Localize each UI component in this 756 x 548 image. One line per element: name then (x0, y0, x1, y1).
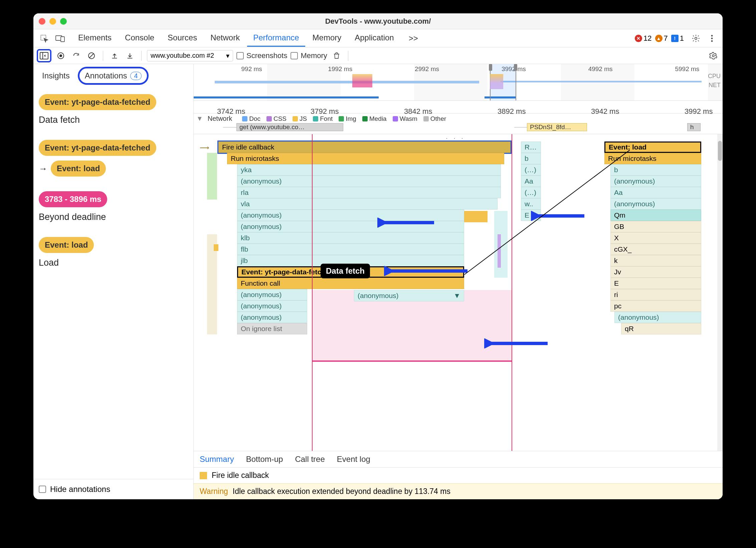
detail-tab-summary[interactable]: Summary (200, 455, 234, 464)
devtools-window: DevTools - www.youtube.com/ ElementsCons… (33, 13, 723, 499)
overview-tick: 2992 ms (415, 65, 439, 73)
download-icon[interactable] (124, 50, 136, 62)
close-window-button[interactable] (39, 18, 45, 25)
flame-entry[interactable]: flb (237, 244, 464, 255)
network-request[interactable]: PSDnSI_8fd… (527, 123, 587, 131)
flame-entry[interactable]: Qm (610, 210, 701, 221)
annotation-item[interactable]: 3783 - 3896 msBeyond deadline (39, 191, 188, 222)
flame-entry[interactable]: Fire idle callback (218, 142, 511, 153)
flame-entry[interactable]: (anonymous) (237, 289, 307, 300)
flame-entry[interactable]: Function call (237, 278, 464, 289)
flame-entry[interactable]: (…) (521, 187, 541, 198)
time-ruler[interactable]: 3742 ms3792 ms3842 ms3892 ms3942 ms3992 … (194, 101, 723, 113)
flame-entry[interactable]: b (610, 164, 701, 176)
network-lane[interactable]: ▼ Network DocCSSJSFontImgMediaWasmOther … (194, 113, 723, 134)
flame-entry[interactable]: (anonymous) (610, 176, 701, 187)
event-color-swatch (200, 472, 207, 479)
flame-entry[interactable]: R… (521, 142, 541, 153)
flame-entry[interactable]: (…) (521, 164, 541, 176)
flame-entry[interactable]: GB (610, 221, 701, 232)
recording-selector[interactable]: www.youtube.com #2▾ (147, 50, 233, 61)
flame-entry[interactable]: (anonymous) (614, 312, 701, 323)
tab-insights[interactable]: Insights (37, 68, 74, 83)
upload-icon[interactable] (109, 50, 121, 62)
gear-icon[interactable] (689, 32, 703, 45)
annotation-item[interactable]: Event: yt-page-data-fetched→Event: load (39, 140, 188, 177)
flame-entry[interactable]: qR (621, 323, 701, 334)
flame-entry[interactable]: pc (610, 300, 701, 312)
device-toolbar-icon[interactable] (53, 32, 67, 45)
overview-minimap[interactable]: 992 ms1992 ms2992 ms3992 ms4992 ms5992 m… (194, 64, 723, 101)
tab-console[interactable]: Console (119, 30, 160, 47)
flame-entry[interactable]: (anonymous) (237, 176, 501, 187)
record-button[interactable] (55, 50, 67, 62)
flame-entry[interactable]: On ignore list (237, 323, 307, 334)
flame-entry[interactable]: rla (237, 187, 501, 198)
gc-icon[interactable] (331, 50, 343, 62)
tab-application[interactable]: Application (349, 30, 400, 47)
flame-entry[interactable]: vla (237, 198, 498, 210)
annotation-item[interactable]: Event: loadLoad (39, 237, 188, 268)
overview-tick: 992 ms (241, 65, 262, 73)
toggle-sidebar-button[interactable] (37, 49, 51, 62)
flame-scrollbar[interactable] (717, 134, 723, 451)
flame-entry[interactable]: X (610, 232, 701, 244)
tooltip-data-fetch: Data fetch (321, 264, 370, 278)
legend-doc: Doc (242, 115, 260, 122)
flame-entry[interactable]: (anonymous) (610, 198, 701, 210)
flame-entry[interactable]: cGX_ (610, 244, 701, 255)
flame-entry[interactable]: Aa (521, 176, 541, 187)
memory-checkbox[interactable]: Memory (291, 51, 327, 60)
issue-icon: ! (671, 35, 679, 42)
more-tabs[interactable]: >> (403, 30, 424, 46)
flame-chart[interactable]: · · · Beyond deadline 113.80 ms Data fet… (194, 134, 723, 451)
panel-tabs: ElementsConsoleSourcesNetworkPerformance… (33, 29, 723, 47)
network-title: Network (208, 115, 232, 122)
clear-button[interactable] (85, 50, 98, 62)
tab-network[interactable]: Network (204, 30, 246, 47)
warning-icon: ▲ (655, 35, 663, 42)
reload-button[interactable] (70, 50, 82, 62)
maximize-window-button[interactable] (60, 18, 67, 25)
detail-tab-call-tree[interactable]: Call tree (295, 455, 325, 464)
flame-entry[interactable]: w.. (521, 198, 541, 210)
flame-entry[interactable]: yka (237, 164, 501, 176)
flame-entry[interactable]: k (610, 255, 701, 266)
kebab-menu-icon[interactable] (705, 32, 719, 45)
overview-tick: 4992 ms (588, 65, 613, 73)
sidebar: Insights Annotations 4 Event: yt-page-da… (33, 64, 194, 499)
flame-entry[interactable]: (anonymous) (237, 312, 307, 323)
legend-wasm: Wasm (393, 115, 417, 122)
console-counters[interactable]: ✕12 ▲7 !1 (635, 34, 684, 43)
tab-performance[interactable]: Performance (247, 30, 305, 47)
flame-entry[interactable]: E (610, 278, 701, 289)
flame-entry[interactable]: ri (610, 289, 701, 300)
flame-entry[interactable]: Aa (610, 187, 701, 198)
legend-media: Media (362, 115, 387, 122)
list-item[interactable]: (anonymous)▼ (354, 290, 464, 301)
net-label: NET (709, 82, 721, 89)
warning-label: Warning (200, 487, 228, 496)
flame-entry[interactable]: Run microtasks (227, 153, 504, 164)
hide-annotations-checkbox[interactable]: Hide annotations (39, 485, 110, 494)
inspect-icon[interactable] (37, 32, 51, 45)
detail-tab-event-log[interactable]: Event log (337, 455, 370, 464)
overview-tick: 1992 ms (328, 65, 352, 73)
detail-tab-bottom-up[interactable]: Bottom-up (246, 455, 283, 464)
minimize-window-button[interactable] (49, 18, 56, 25)
tab-sources[interactable]: Sources (162, 30, 203, 47)
tab-memory[interactable]: Memory (307, 30, 348, 47)
settings-icon[interactable] (707, 50, 719, 62)
svg-line-12 (89, 54, 93, 58)
flame-entry[interactable]: Jv (610, 266, 701, 278)
flame-entry[interactable]: b (521, 153, 541, 164)
annotation-item[interactable]: Event: yt-page-data-fetchedData fetch (39, 94, 188, 125)
flame-entry[interactable]: (anonymous) (237, 300, 307, 312)
tab-elements[interactable]: Elements (72, 30, 118, 47)
flame-entry[interactable]: klb (237, 232, 464, 244)
flame-entry[interactable]: Event: load (604, 142, 701, 153)
screenshots-checkbox[interactable]: Screenshots (236, 51, 287, 60)
tab-annotations[interactable]: Annotations 4 (78, 67, 149, 85)
network-request[interactable]: get (www.youtube.co… (236, 123, 343, 131)
network-request[interactable]: h (687, 123, 701, 131)
